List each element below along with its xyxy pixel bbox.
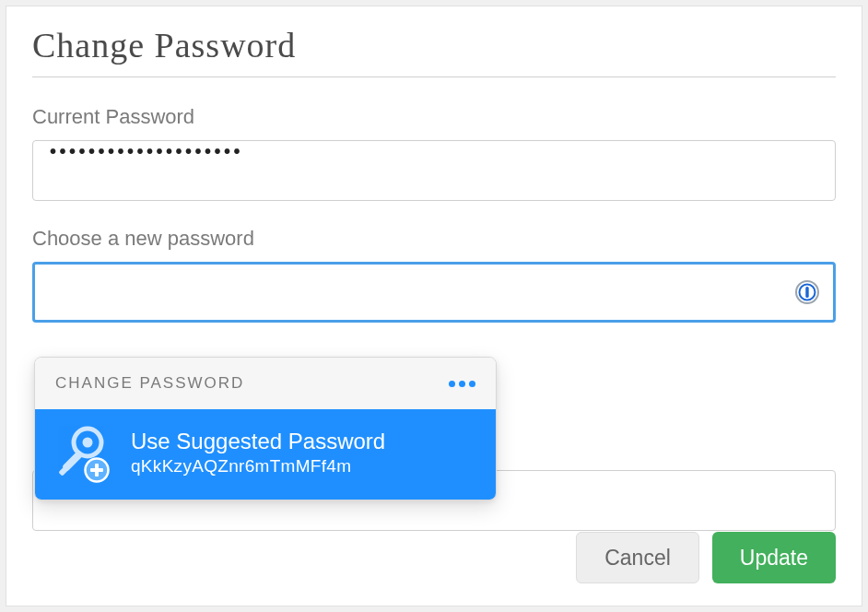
password-manager-dropdown: CHANGE PASSWORD bbox=[34, 357, 497, 500]
password-manager-header: CHANGE PASSWORD bbox=[35, 358, 496, 409]
change-password-panel: Change Password Current Password •••••••… bbox=[6, 6, 862, 606]
password-manager-header-title: CHANGE PASSWORD bbox=[55, 374, 244, 393]
svg-point-4 bbox=[83, 438, 93, 448]
new-password-group: Choose a new password bbox=[32, 227, 836, 323]
password-manager-badge-icon[interactable] bbox=[793, 278, 821, 306]
key-plus-icon bbox=[53, 422, 114, 483]
svg-rect-9 bbox=[90, 468, 103, 472]
suggested-password-text: Use Suggested Password qKkKzyAQZnr6mTmMF… bbox=[131, 429, 385, 477]
suggested-password-value: qKkKzyAQZnr6mTmMFf4m bbox=[131, 456, 385, 477]
update-button[interactable]: Update bbox=[712, 532, 836, 583]
current-password-input[interactable]: •••••••••••••••••••• bbox=[32, 140, 836, 201]
svg-rect-2 bbox=[805, 287, 808, 298]
suggested-password-title: Use Suggested Password bbox=[131, 429, 385, 454]
more-options-icon[interactable] bbox=[449, 381, 475, 387]
dialog-footer: Cancel Update bbox=[576, 532, 836, 583]
current-password-label: Current Password bbox=[32, 105, 836, 129]
use-suggested-password-row[interactable]: Use Suggested Password qKkKzyAQZnr6mTmMF… bbox=[35, 409, 496, 500]
new-password-input-wrapper bbox=[32, 262, 836, 323]
new-password-label: Choose a new password bbox=[32, 227, 836, 251]
cancel-button[interactable]: Cancel bbox=[576, 532, 699, 583]
page-title: Change Password bbox=[32, 25, 836, 77]
current-password-group: Current Password •••••••••••••••••••• bbox=[32, 105, 836, 201]
current-password-input-wrapper: •••••••••••••••••••• bbox=[32, 140, 836, 201]
new-password-input[interactable] bbox=[32, 262, 836, 323]
